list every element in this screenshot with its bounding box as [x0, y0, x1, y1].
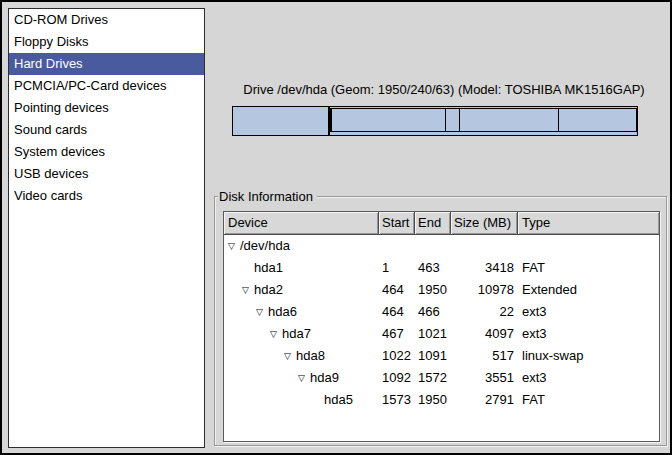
type-cell — [518, 235, 659, 257]
disk-information-label: Disk Information — [218, 189, 317, 204]
size-cell: 2791 — [451, 389, 518, 411]
sidebar-item-pointing-devices[interactable]: Pointing devices — [9, 97, 204, 119]
end-cell: 1950 — [415, 279, 451, 301]
device-cell: ▽hda9 — [224, 367, 379, 389]
sidebar-item-sound-cards[interactable]: Sound cards — [9, 119, 204, 141]
end-cell: 1950 — [415, 389, 451, 411]
type-cell: ext3 — [518, 323, 659, 345]
type-cell: Extended — [518, 279, 659, 301]
tree-indent — [228, 293, 242, 294]
size-cell: 10978 — [451, 279, 518, 301]
start-cell: 464 — [379, 301, 415, 323]
expander-icon[interactable]: ▽ — [242, 279, 254, 301]
hardware-browser-window: CD-ROM DrivesFloppy DisksHard DrivesPCMC… — [0, 0, 672, 455]
size-cell: 4097 — [451, 323, 518, 345]
extended-partition-region — [329, 107, 637, 135]
device-cell: hda1 — [224, 257, 379, 279]
device-name: hda8 — [296, 348, 325, 363]
table-row-hda2[interactable]: ▽hda2464195010978Extended — [224, 279, 659, 301]
type-cell: ext3 — [518, 367, 659, 389]
device-cell: ▽hda2 — [224, 279, 379, 301]
end-cell — [415, 235, 451, 257]
start-cell: 1022 — [379, 345, 415, 367]
sidebar-item-floppy-disks[interactable]: Floppy Disks — [9, 31, 204, 53]
start-cell — [379, 235, 415, 257]
device-name: hda1 — [254, 260, 283, 275]
disk-table-header-row: DeviceStartEndSize (MB)Type — [224, 212, 659, 235]
type-cell: linux-swap — [518, 345, 659, 367]
table-row-hda6[interactable]: ▽hda646446622ext3 — [224, 301, 659, 323]
expander-icon[interactable]: ▽ — [256, 301, 268, 323]
type-cell: FAT — [518, 389, 659, 411]
partition-segment-hda5 — [559, 109, 636, 131]
start-cell: 464 — [379, 279, 415, 301]
expander-icon[interactable]: ▽ — [284, 345, 296, 367]
partition-segment-hda1 — [233, 107, 329, 135]
sidebar-item-cd-rom-drives[interactable]: CD-ROM Drives — [9, 9, 204, 31]
sidebar-device-list: CD-ROM DrivesFloppy DisksHard DrivesPCMC… — [8, 8, 205, 448]
end-cell: 1091 — [415, 345, 451, 367]
device-name: hda2 — [254, 282, 283, 297]
table-row-hda1[interactable]: hda114633418FAT — [224, 257, 659, 279]
partition-segment-hda7 — [332, 109, 446, 131]
partition-segment-hda9 — [460, 109, 559, 131]
device-cell: ▽hda7 — [224, 323, 379, 345]
size-cell: 3551 — [451, 367, 518, 389]
disk-information-group: Disk Information DeviceStartEndSize (MB)… — [214, 196, 667, 446]
device-cell: ▽hda6 — [224, 301, 379, 323]
table-row-hda8[interactable]: ▽hda810221091517linux-swap — [224, 345, 659, 367]
disk-table: DeviceStartEndSize (MB)Type ▽/dev/hdahda… — [223, 211, 660, 442]
table-row-hda5[interactable]: hda5157319502791FAT — [224, 389, 659, 411]
end-cell: 466 — [415, 301, 451, 323]
tree-indent — [228, 271, 242, 272]
size-cell — [451, 235, 518, 257]
column-header-end[interactable]: End — [415, 212, 451, 235]
expander-icon[interactable]: ▽ — [228, 235, 240, 257]
size-cell: 517 — [451, 345, 518, 367]
size-cell: 22 — [451, 301, 518, 323]
expander-icon[interactable]: ▽ — [298, 367, 310, 389]
device-cell: ▽hda8 — [224, 345, 379, 367]
device-name: hda6 — [268, 304, 297, 319]
column-header-start[interactable]: Start — [379, 212, 415, 235]
sidebar-item-usb-devices[interactable]: USB devices — [9, 163, 204, 185]
start-cell: 1092 — [379, 367, 415, 389]
device-name: /dev/hda — [240, 238, 290, 253]
device-cell: hda5 — [224, 389, 379, 411]
device-name: hda5 — [324, 392, 353, 407]
tree-indent — [228, 359, 284, 360]
type-cell: FAT — [518, 257, 659, 279]
device-name: hda7 — [282, 326, 311, 341]
table-row-dev-hda[interactable]: ▽/dev/hda — [224, 235, 659, 257]
table-row-hda7[interactable]: ▽hda746710214097ext3 — [224, 323, 659, 345]
start-cell: 467 — [379, 323, 415, 345]
logical-partition-row — [330, 108, 637, 132]
sidebar-item-video-cards[interactable]: Video cards — [9, 185, 204, 207]
device-name: hda9 — [310, 370, 339, 385]
end-cell: 1021 — [415, 323, 451, 345]
tree-indent — [228, 315, 256, 316]
table-row-hda9[interactable]: ▽hda9109215723551ext3 — [224, 367, 659, 389]
tree-indent — [228, 381, 298, 382]
drive-heading: Drive /dev/hda (Geom: 1950/240/63) (Mode… — [222, 82, 666, 98]
sidebar-item-pcmcia-pc-card-devices[interactable]: PCMCIA/PC-Card devices — [9, 75, 204, 97]
start-cell: 1573 — [379, 389, 415, 411]
column-header-device[interactable]: Device — [224, 212, 379, 235]
disk-table-body: ▽/dev/hdahda114633418FAT▽hda246419501097… — [224, 235, 659, 411]
partition-bar — [232, 106, 638, 136]
type-cell: ext3 — [518, 301, 659, 323]
sidebar-item-hard-drives[interactable]: Hard Drives — [9, 53, 204, 75]
start-cell: 1 — [379, 257, 415, 279]
tree-indent — [228, 337, 270, 338]
size-cell: 3418 — [451, 257, 518, 279]
sidebar-item-system-devices[interactable]: System devices — [9, 141, 204, 163]
column-header-size-mb[interactable]: Size (MB) — [451, 212, 518, 235]
expander-icon[interactable]: ▽ — [270, 323, 282, 345]
column-header-type[interactable]: Type — [518, 212, 659, 235]
device-cell: ▽/dev/hda — [224, 235, 379, 257]
end-cell: 1572 — [415, 367, 451, 389]
end-cell: 463 — [415, 257, 451, 279]
partition-segment-hda8 — [446, 109, 460, 131]
tree-indent — [228, 403, 312, 404]
